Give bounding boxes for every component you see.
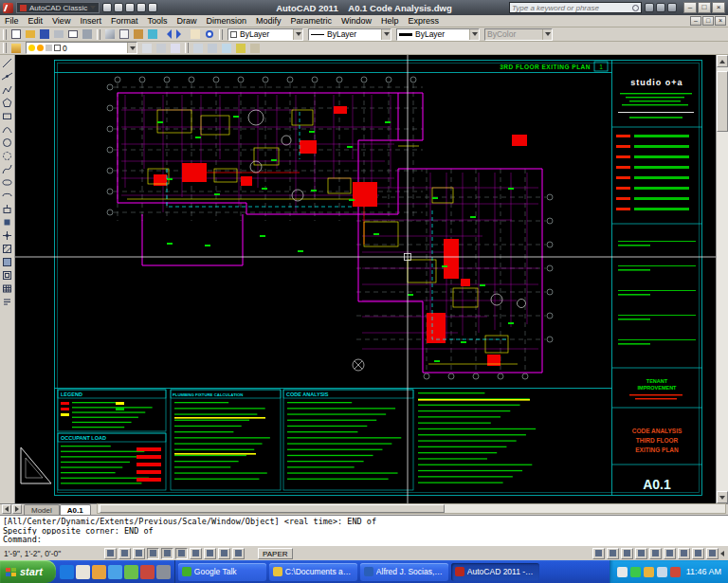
plot-button[interactable]: [52, 28, 65, 41]
otrack-toggle[interactable]: [175, 548, 188, 559]
grid-toggle[interactable]: [118, 548, 131, 559]
layer-control[interactable]: 0: [26, 42, 137, 54]
qat-undo-button[interactable]: [148, 3, 157, 12]
toolbar-grip[interactable]: [3, 29, 7, 40]
infocenter-search[interactable]: [509, 2, 642, 13]
menu-format[interactable]: Format: [106, 15, 143, 27]
layer-unisolate-button[interactable]: [206, 42, 219, 54]
layer-lock-button[interactable]: [248, 42, 262, 54]
redo-button[interactable]: [174, 28, 188, 41]
menu-window[interactable]: Window: [337, 15, 376, 27]
layer-states-button[interactable]: [169, 42, 182, 54]
menu-help[interactable]: Help: [376, 15, 404, 27]
chevron-down-icon[interactable]: [469, 29, 479, 40]
cut-button[interactable]: [103, 28, 117, 41]
drawing-area[interactable]: 3RD FLOOR EXITING PLAN 1: [15, 55, 716, 503]
menu-parametric[interactable]: Parametric: [286, 15, 337, 27]
workspace-switching-button[interactable]: [692, 548, 704, 559]
tab-scroll-right-button[interactable]: [12, 504, 22, 514]
toolbar-grip[interactable]: [3, 43, 7, 53]
plot-preview-button[interactable]: [66, 28, 80, 41]
line-tool-icon[interactable]: [0, 56, 14, 69]
doc-close-button[interactable]: ×: [715, 16, 726, 26]
undo-button[interactable]: [160, 28, 173, 41]
menu-modify[interactable]: Modify: [251, 15, 286, 27]
make-block-icon[interactable]: [0, 215, 14, 228]
quick-launch-messenger-icon[interactable]: [108, 565, 122, 579]
match-properties-button[interactable]: [146, 28, 159, 41]
menu-insert[interactable]: Insert: [75, 15, 106, 27]
copy-button[interactable]: [118, 28, 131, 41]
quick-launch-app1-icon[interactable]: [124, 565, 138, 579]
new-button[interactable]: [9, 28, 23, 41]
favorites-icon[interactable]: [656, 3, 665, 12]
chevron-down-icon[interactable]: [293, 29, 302, 40]
tray-icon-1[interactable]: [617, 567, 628, 577]
ellipse-arc-icon[interactable]: [0, 189, 14, 202]
command-window[interactable]: [All/Center/Dynamic/Extents/Previous/Sca…: [0, 515, 728, 545]
lineweight-control[interactable]: ByLayer: [396, 28, 480, 41]
publish-button[interactable]: [81, 28, 94, 41]
annotation-scale-button[interactable]: [678, 548, 690, 559]
color-control[interactable]: ByLayer: [228, 28, 303, 41]
scrollbar-thumb[interactable]: [717, 71, 728, 132]
horizontal-scrollbar[interactable]: [97, 503, 726, 514]
dyn-toggle[interactable]: [204, 548, 216, 559]
show-motion-button[interactable]: [664, 548, 676, 559]
quick-launch-ie-icon[interactable]: [60, 565, 74, 579]
chevron-down-icon[interactable]: [127, 43, 136, 53]
linetype-control[interactable]: ByLayer: [308, 28, 391, 41]
revision-cloud-icon[interactable]: [0, 149, 14, 162]
menu-view[interactable]: View: [47, 15, 75, 27]
ortho-toggle[interactable]: [133, 548, 145, 559]
menu-dimension[interactable]: Dimension: [201, 15, 251, 27]
save-button[interactable]: [38, 28, 51, 41]
tab-scroll-left-button[interactable]: [2, 504, 11, 514]
gradient-icon[interactable]: [0, 255, 14, 268]
open-button[interactable]: [24, 28, 37, 41]
taskbar-task-document[interactable]: Alfred J. Socias, CSI...: [360, 563, 448, 581]
tray-icon-3[interactable]: [644, 567, 654, 577]
osnap-toggle[interactable]: [161, 548, 173, 559]
quick-launch-app2-icon[interactable]: [140, 565, 155, 579]
quick-view-drawings-button[interactable]: [607, 548, 619, 559]
circle-icon[interactable]: [0, 136, 14, 149]
qp-toggle[interactable]: [232, 548, 245, 559]
clean-screen-button[interactable]: [720, 551, 724, 556]
polyline-icon[interactable]: [0, 82, 14, 96]
volume-icon[interactable]: [657, 567, 667, 577]
pan-button[interactable]: [189, 28, 202, 41]
horizontal-scrollbar-thumb[interactable]: [100, 504, 445, 513]
steering-wheel-button[interactable]: [649, 548, 662, 559]
toolbar-grip[interactable]: [219, 29, 223, 40]
tray-icon-5[interactable]: [670, 567, 681, 577]
hatch-icon[interactable]: [0, 242, 14, 255]
paper-space-button[interactable]: PAPER: [258, 548, 293, 559]
snap-toggle[interactable]: [104, 548, 117, 559]
scrollbar-track[interactable]: [717, 67, 728, 491]
quick-view-layouts-button[interactable]: [592, 548, 605, 559]
rectangle-icon[interactable]: [0, 109, 14, 122]
scroll-up-button[interactable]: [717, 55, 728, 67]
help-icon[interactable]: [667, 3, 677, 12]
ducs-toggle[interactable]: [190, 548, 202, 559]
zoom-tool-button[interactable]: [635, 548, 647, 559]
toolbar-grip[interactable]: [97, 29, 100, 40]
multiline-text-icon[interactable]: [0, 295, 14, 308]
layer-previous-button[interactable]: [155, 42, 168, 54]
scroll-down-button[interactable]: [717, 491, 728, 503]
lwt-toggle[interactable]: [218, 548, 230, 559]
toolbar-grip[interactable]: [185, 43, 189, 53]
taskbar-task-googletalk[interactable]: Google Talk: [178, 563, 266, 581]
workspace-switcher[interactable]: AutoCAD Classic: [16, 2, 100, 13]
pan-tool-button[interactable]: [621, 548, 633, 559]
tab-a01-layout[interactable]: A0.1: [60, 504, 91, 515]
start-button[interactable]: start: [0, 560, 56, 583]
layer-freeze-button[interactable]: [220, 42, 233, 54]
layer-properties-button[interactable]: [9, 42, 23, 54]
toolbar-lock-button[interactable]: [706, 548, 719, 559]
minimize-button[interactable]: –: [683, 2, 697, 13]
menu-express[interactable]: Express: [404, 15, 445, 27]
insert-block-icon[interactable]: [0, 202, 14, 215]
menu-draw[interactable]: Draw: [172, 15, 201, 27]
